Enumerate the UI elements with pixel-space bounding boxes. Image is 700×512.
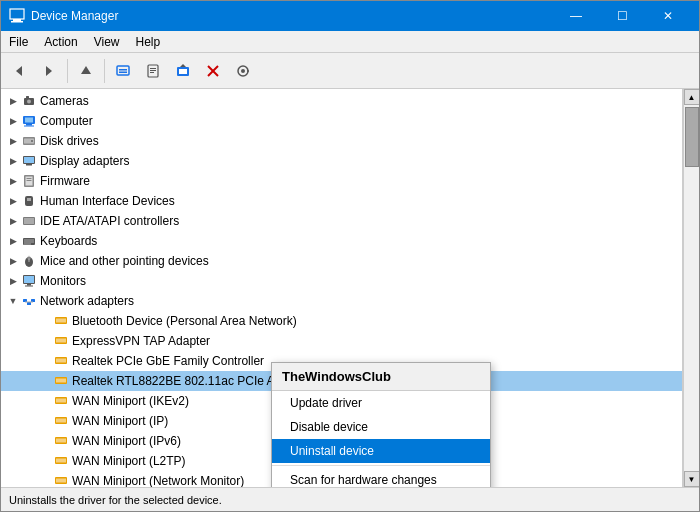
svg-rect-8 bbox=[119, 71, 127, 73]
svg-rect-69 bbox=[56, 419, 66, 423]
svg-rect-73 bbox=[56, 459, 66, 463]
svg-rect-61 bbox=[56, 339, 66, 343]
uninstall-button[interactable] bbox=[199, 57, 227, 85]
tree-item-network-adapters[interactable]: ▼ Network adapters bbox=[1, 291, 682, 311]
svg-rect-10 bbox=[150, 68, 156, 69]
svg-rect-2 bbox=[11, 21, 23, 23]
title-bar: Device Manager — ☐ ✕ bbox=[1, 1, 699, 31]
expander-disk-drives[interactable]: ▶ bbox=[5, 133, 21, 149]
svg-marker-3 bbox=[16, 66, 22, 76]
menu-file[interactable]: File bbox=[1, 31, 36, 52]
realtek-gbe-icon bbox=[53, 353, 69, 369]
forward-button[interactable] bbox=[35, 57, 63, 85]
context-menu-scan-hardware[interactable]: Scan for hardware changes bbox=[272, 468, 490, 487]
hid-icon bbox=[21, 193, 37, 209]
network-adapters-icon bbox=[21, 293, 37, 309]
network-adapters-label: Network adapters bbox=[40, 294, 134, 308]
menu-view[interactable]: View bbox=[86, 31, 128, 52]
ide-label: IDE ATA/ATAPI controllers bbox=[40, 214, 179, 228]
expander-computer[interactable]: ▶ bbox=[5, 113, 21, 129]
keyboards-icon bbox=[21, 233, 37, 249]
wan-ip-label: WAN Miniport (IP) bbox=[72, 414, 168, 428]
scroll-up-button[interactable]: ▲ bbox=[684, 89, 700, 105]
toolbar-separator-2 bbox=[104, 59, 105, 83]
svg-rect-32 bbox=[24, 157, 34, 163]
update-driver-button[interactable] bbox=[169, 57, 197, 85]
svg-rect-0 bbox=[10, 9, 24, 19]
tree-item-display-adapters[interactable]: ▶ Display adapters bbox=[1, 151, 682, 171]
monitors-icon bbox=[21, 273, 37, 289]
svg-rect-36 bbox=[27, 178, 32, 179]
expander-cameras[interactable]: ▶ bbox=[5, 93, 21, 109]
context-menu-disable-device[interactable]: Disable device bbox=[272, 415, 490, 439]
scan-button[interactable] bbox=[229, 57, 257, 85]
tree-item-cameras[interactable]: ▶ Cameras bbox=[1, 91, 682, 111]
menu-help[interactable]: Help bbox=[128, 31, 169, 52]
keyboards-label: Keyboards bbox=[40, 234, 97, 248]
display-adapters-icon bbox=[21, 153, 37, 169]
close-button[interactable]: ✕ bbox=[645, 1, 691, 31]
expander-network-adapters[interactable]: ▼ bbox=[5, 293, 21, 309]
svg-marker-4 bbox=[46, 66, 52, 76]
svg-rect-12 bbox=[150, 72, 154, 73]
show-hidden-button[interactable] bbox=[109, 57, 137, 85]
properties-button[interactable] bbox=[139, 57, 167, 85]
wan-ipv6-icon bbox=[53, 433, 69, 449]
expander-keyboards[interactable]: ▶ bbox=[5, 233, 21, 249]
maximize-button[interactable]: ☐ bbox=[599, 1, 645, 31]
context-menu-header: TheWindowsClub bbox=[272, 363, 490, 391]
wan-netmon-label: WAN Miniport (Network Monitor) bbox=[72, 474, 244, 487]
minimize-button[interactable]: — bbox=[553, 1, 599, 31]
expander-mice[interactable]: ▶ bbox=[5, 253, 21, 269]
up-button[interactable] bbox=[72, 57, 100, 85]
expander-display-adapters[interactable]: ▶ bbox=[5, 153, 21, 169]
tree-item-computer[interactable]: ▶ Computer bbox=[1, 111, 682, 131]
expressvpn-label: ExpressVPN TAP Adapter bbox=[72, 334, 210, 348]
firmware-label: Firmware bbox=[40, 174, 90, 188]
tree-item-ide[interactable]: ▶ IDE ATA/ATAPI controllers bbox=[1, 211, 682, 231]
svg-point-30 bbox=[31, 140, 33, 142]
ide-icon bbox=[21, 213, 37, 229]
tree-item-expressvpn[interactable]: ▶ ExpressVPN TAP Adapter bbox=[1, 331, 682, 351]
cameras-label: Cameras bbox=[40, 94, 89, 108]
svg-rect-7 bbox=[119, 69, 127, 71]
menu-action[interactable]: Action bbox=[36, 31, 85, 52]
svg-rect-43 bbox=[24, 240, 34, 241]
scroll-thumb[interactable] bbox=[685, 107, 699, 167]
scroll-down-button[interactable]: ▼ bbox=[684, 471, 700, 487]
svg-marker-15 bbox=[180, 64, 186, 67]
content-area: ▶ Cameras ▶ Computer ▶ Disk d bbox=[1, 89, 699, 487]
expander-firmware[interactable]: ▶ bbox=[5, 173, 21, 189]
tree-item-hid[interactable]: ▶ Human Interface Devices bbox=[1, 191, 682, 211]
wan-ip-icon bbox=[53, 413, 69, 429]
context-menu-uninstall-device[interactable]: Uninstall device bbox=[272, 439, 490, 463]
expander-ide[interactable]: ▶ bbox=[5, 213, 21, 229]
wan-l2tp-icon bbox=[53, 453, 69, 469]
wan-ikev2-label: WAN Miniport (IKEv2) bbox=[72, 394, 189, 408]
bluetooth-label: Bluetooth Device (Personal Area Network) bbox=[72, 314, 297, 328]
scrollbar[interactable]: ▲ ▼ bbox=[683, 89, 699, 487]
expander-monitors[interactable]: ▶ bbox=[5, 273, 21, 289]
svg-rect-59 bbox=[56, 319, 66, 323]
tree-item-keyboards[interactable]: ▶ Keyboards bbox=[1, 231, 682, 251]
computer-label: Computer bbox=[40, 114, 93, 128]
svg-rect-52 bbox=[25, 286, 33, 287]
tree-item-disk-drives[interactable]: ▶ Disk drives bbox=[1, 131, 682, 151]
svg-rect-39 bbox=[27, 198, 31, 201]
tree-item-bluetooth[interactable]: ▶ Bluetooth Device (Personal Area Networ… bbox=[1, 311, 682, 331]
tree-item-firmware[interactable]: ▶ Firmware bbox=[1, 171, 682, 191]
back-button[interactable] bbox=[5, 57, 33, 85]
tree-item-mice[interactable]: ▶ Mice and other pointing devices bbox=[1, 251, 682, 271]
display-adapters-label: Display adapters bbox=[40, 154, 129, 168]
svg-rect-14 bbox=[179, 69, 187, 74]
svg-marker-5 bbox=[81, 66, 91, 74]
svg-rect-51 bbox=[27, 284, 31, 286]
expressvpn-icon bbox=[53, 333, 69, 349]
svg-rect-71 bbox=[56, 439, 66, 443]
tree-item-monitors[interactable]: ▶ Monitors bbox=[1, 271, 682, 291]
svg-rect-67 bbox=[56, 399, 66, 403]
expander-hid[interactable]: ▶ bbox=[5, 193, 21, 209]
window-title: Device Manager bbox=[31, 9, 553, 23]
context-menu-update-driver[interactable]: Update driver bbox=[272, 391, 490, 415]
svg-rect-75 bbox=[56, 479, 66, 483]
